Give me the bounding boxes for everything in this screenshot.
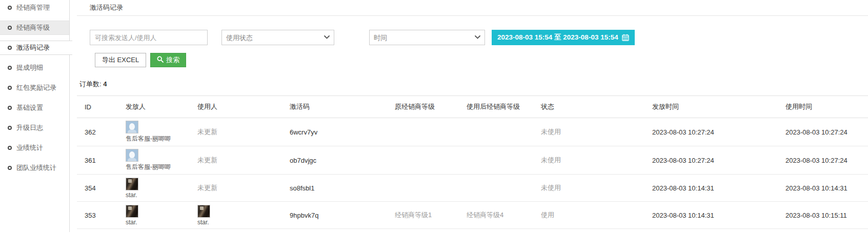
date-range-label: 2023-08-03 15:54 至 2023-08-03 15:54 [497,33,618,42]
column-header-status: 状态 [536,96,647,118]
column-header-orig-level: 原经销商等级 [390,96,461,118]
export-excel-button[interactable]: 导出 EXCEL [95,53,146,67]
table-row: 361 售后客服-丽唧唧 未更新 ob7dvjgc 未使用 2023-08-03… [77,146,868,175]
sidebar-item-dealer-management[interactable]: 经销商管理 [0,1,70,15]
send-time-cell: 2023-08-03 10:27:24 [647,118,780,146]
user-avatar [197,205,210,218]
orig-level-cell: 经销商等级1 [390,202,461,229]
search-input[interactable] [90,30,208,45]
use-time-cell: 2023-08-03 10:27:24 [780,146,868,175]
button-row: 导出 EXCEL 搜索 [95,53,868,67]
search-icon [157,56,164,64]
column-header-after-level: 使用后经销商等级 [461,96,536,118]
calendar-icon [622,34,629,41]
sidebar-divider [69,0,70,232]
order-count: 订单数: 4 [79,80,868,89]
after-level-cell [461,175,536,202]
sidebar-item-label: 业绩统计 [16,143,43,152]
sidebar-item-label: 升级日志 [16,123,43,132]
sidebar-item-team-performance-stats[interactable]: 团队业绩统计 [0,161,70,175]
circle-icon [8,6,12,10]
user-cell: 未更新 [192,118,285,146]
circle-icon [8,126,12,130]
code-cell: 6wcrv7yv [285,118,390,146]
app-window: 经销商管理 经销商等级 激活码记录 提成明细 红包奖励记录 基础设置 升级日志 [0,0,868,249]
sender-avatar [126,121,138,133]
sender-name: 售后客服-丽唧唧 [126,163,187,171]
time-select[interactable]: 时间 [369,30,485,45]
use-time-cell: 2023-08-03 10:15:11 [780,202,868,229]
send-time-cell: 2023-08-03 10:14:31 [647,202,780,229]
circle-icon [8,46,12,50]
order-count-label: 订单数: [79,80,102,88]
table-row: 354 star. 未更新 so8fsbl1 未使用 2023-08-03 10… [77,175,868,202]
column-header-code: 激活码 [285,96,390,118]
circle-icon [8,86,12,90]
circle-icon [8,26,12,30]
column-header-sender: 发放人 [120,96,192,118]
order-count-value: 4 [103,80,107,88]
sidebar-item-redpacket-records[interactable]: 红包奖励记录 [0,81,70,95]
id-cell: 354 [77,175,120,202]
column-header-id: ID [77,96,120,118]
sender-cell: star. [120,202,192,229]
after-level-cell: 经销商等级4 [461,202,536,229]
sidebar-item-performance-stats[interactable]: 业绩统计 [0,141,70,155]
table-row: 362 售后客服-丽唧唧 未更新 6wcrv7yv 未使用 2023-08-03… [77,118,868,146]
user-name: star. [197,219,279,226]
sender-avatar [126,205,138,218]
status-select[interactable]: 使用状态 [221,30,334,45]
sidebar-item-label: 激活码记录 [16,43,50,52]
id-cell: 353 [77,202,120,229]
status-cell: 未使用 [536,146,647,175]
code-cell: so8fsbl1 [285,175,390,202]
send-time-cell: 2023-08-03 10:14:31 [647,175,780,202]
records-table: ID 发放人 使用人 激活码 原经销商等级 使用后经销商等级 状态 发放时间 使… [77,95,868,229]
sidebar-item-label: 红包奖励记录 [16,83,56,92]
time-select-wrap: 时间 [369,30,485,45]
search-button[interactable]: 搜索 [150,53,186,67]
sidebar-item-label: 提成明细 [16,63,43,72]
main-content: 激活码记录 使用状态 时间 2023-08-03 15:54 [70,0,868,249]
sidebar-item-commission-detail[interactable]: 提成明细 [0,61,70,75]
user-cell: star. [192,202,285,229]
sidebar-item-basic-settings[interactable]: 基础设置 [0,101,70,115]
sidebar-item-dealer-level[interactable]: 经销商等级 [0,21,70,35]
sender-name: star. [126,191,187,199]
sidebar-item-label: 团队业绩统计 [16,163,56,173]
sender-name: star. [126,219,187,226]
status-cell: 使用 [536,202,647,229]
sidebar-item-activation-code-records[interactable]: 激活码记录 [0,41,72,55]
sidebar-item-label: 经销商等级 [16,23,50,32]
after-level-cell [461,146,536,175]
orig-level-cell [390,146,461,175]
column-header-send-time: 发放时间 [647,96,780,118]
status-select-wrap: 使用状态 [221,30,334,45]
code-cell: ob7dvjgc [285,146,390,175]
id-cell: 361 [77,146,120,175]
orig-level-cell [390,118,461,146]
sidebar: 经销商管理 经销商等级 激活码记录 提成明细 红包奖励记录 基础设置 升级日志 [0,0,70,249]
search-button-label: 搜索 [166,55,179,65]
send-time-cell: 2023-08-03 10:27:24 [647,146,780,175]
column-header-use-time: 使用时间 [780,96,868,118]
use-time-cell: 2023-08-03 10:14:31 [780,175,868,202]
orig-level-cell [390,175,461,202]
after-level-cell [461,118,536,146]
sidebar-item-label: 基础设置 [16,103,43,112]
date-range-button[interactable]: 2023-08-03 15:54 至 2023-08-03 15:54 [492,30,635,45]
column-header-user: 使用人 [192,96,285,118]
circle-icon [8,146,12,150]
filter-row: 使用状态 时间 2023-08-03 15:54 至 2023-08-03 15… [90,30,868,45]
circle-icon [8,166,12,170]
status-cell: 未使用 [536,118,647,146]
sender-name: 售后客服-丽唧唧 [126,135,187,143]
user-cell: 未更新 [192,146,285,175]
sidebar-item-upgrade-log[interactable]: 升级日志 [0,121,70,135]
table-header-row: ID 发放人 使用人 激活码 原经销商等级 使用后经销商等级 状态 发放时间 使… [77,96,868,118]
status-cell: 未使用 [536,175,647,202]
table-row: 353 star. star. 9hpbvk7q 经销商等级1 经销商等级4 使… [77,202,868,229]
id-cell: 362 [77,118,120,146]
code-cell: 9hpbvk7q [285,202,390,229]
sender-avatar [126,178,138,190]
